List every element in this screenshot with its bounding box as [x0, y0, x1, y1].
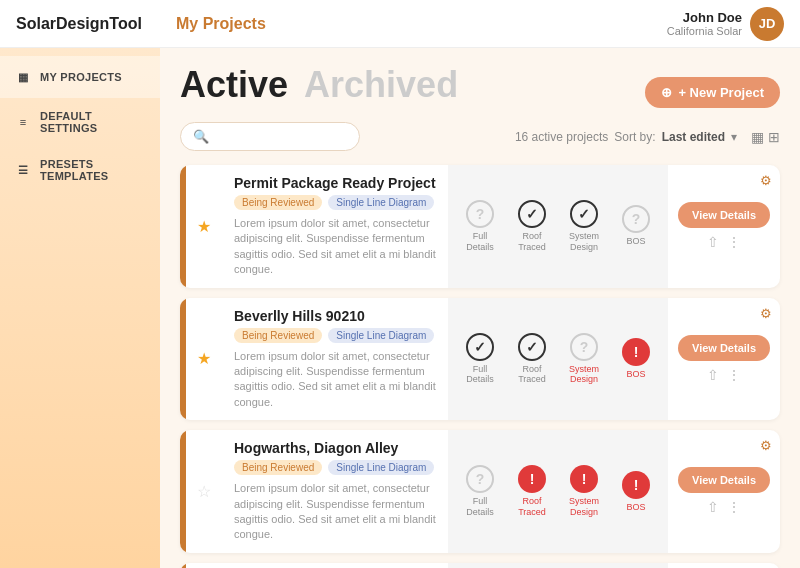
badge: Single Line Diagram [328, 195, 434, 210]
search-box: 🔍 [180, 122, 360, 151]
card-status: ? FullDetails ✓ RoofTraced ✓ SystemDesig… [448, 165, 668, 288]
more-icon[interactable]: ⋮ [727, 234, 741, 250]
card-star[interactable]: ★ [186, 165, 222, 288]
status-item-1-0: ✓ FullDetails [456, 329, 504, 390]
status-icon-0-1: ✓ [518, 200, 546, 228]
status-label-0-1: RoofTraced [518, 231, 546, 253]
main-content: Active Archived ⊕ + New Project 🔍 16 act… [160, 48, 800, 568]
sidebar-label-presets-templates: PRESETS TEMPLATES [40, 158, 146, 182]
status-icon-1-1: ✓ [518, 333, 546, 361]
status-label-2-2: SystemDesign [569, 496, 599, 518]
badge: Single Line Diagram [328, 460, 434, 475]
project-card-4: ☆ Hogwarths, Diagon Alley Being Reviewed… [180, 563, 780, 568]
status-item-1-1: ✓ RoofTraced [508, 329, 556, 390]
sidebar-icon-default-settings: ≡ [14, 113, 32, 131]
status-icon-2-0: ? [466, 465, 494, 493]
card-star[interactable]: ★ [186, 298, 222, 421]
status-icon-0-3: ? [622, 205, 650, 233]
card-actions: ⚙ View Details ⇧ ⋮ [668, 430, 780, 553]
top-header: SolarDesignTool My Projects John Doe Cal… [0, 0, 800, 48]
card-menu-icon[interactable]: ⚙ [760, 438, 772, 453]
project-card-3: ☆ Hogwarths, Diagon Alley Being Reviewed… [180, 430, 780, 553]
status-item-1-3: ! BOS [612, 334, 660, 384]
status-label-1-2: SystemDesign [569, 364, 599, 386]
view-details-button[interactable]: View Details [678, 335, 770, 361]
status-icon-2-1: ! [518, 465, 546, 493]
status-item-0-3: ? BOS [612, 201, 660, 251]
app-logo: SolarDesignTool [16, 15, 176, 33]
sidebar-item-my-projects[interactable]: ▦ MY PROJECTS [0, 56, 160, 98]
more-icon[interactable]: ⋮ [727, 367, 741, 383]
search-icon: 🔍 [193, 129, 209, 144]
new-project-button[interactable]: ⊕ + New Project [645, 77, 780, 108]
share-icon[interactable]: ⇧ [707, 499, 719, 515]
status-label-2-3: BOS [626, 502, 645, 513]
status-icon-2-3: ! [622, 471, 650, 499]
grid-view-icon[interactable]: ▦ [751, 129, 764, 145]
status-label-1-1: RoofTraced [518, 364, 546, 386]
card-badges: Being ReviewedSingle Line Diagram [234, 328, 436, 343]
status-icon-1-0: ✓ [466, 333, 494, 361]
card-action-row: ⇧ ⋮ [707, 367, 741, 383]
status-label-0-0: FullDetails [466, 231, 494, 253]
badge: Being Reviewed [234, 328, 322, 343]
tab-archived[interactable]: Archived [304, 64, 458, 106]
page-title-row: Active Archived ⊕ + New Project [180, 64, 780, 108]
view-details-button[interactable]: View Details [678, 202, 770, 228]
status-item-2-1: ! RoofTraced [508, 461, 556, 522]
card-badges: Being ReviewedSingle Line Diagram [234, 195, 436, 210]
search-sort-row: 🔍 16 active projects Sort by: Last edite… [180, 122, 780, 151]
sidebar-label-default-settings: DEFAULT SETTINGS [40, 110, 146, 134]
card-body: Hogwarths, Diagon Alley Being ReviewedSi… [222, 430, 448, 553]
card-body: Hogwarths, Diagon Alley Being ReviewedSi… [222, 563, 448, 568]
more-icon[interactable]: ⋮ [727, 499, 741, 515]
status-item-2-3: ! BOS [612, 467, 660, 517]
card-menu-icon[interactable]: ⚙ [760, 306, 772, 321]
tab-active[interactable]: Active [180, 64, 288, 106]
body-wrap: ▦ MY PROJECTS ≡ DEFAULT SETTINGS ☰ PRESE… [0, 48, 800, 568]
avatar: JD [750, 7, 784, 41]
share-icon[interactable]: ⇧ [707, 367, 719, 383]
sidebar-item-presets-templates[interactable]: ☰ PRESETS TEMPLATES [0, 146, 160, 194]
card-actions: ⚙ View Details ⇧ ⋮ [668, 298, 780, 421]
project-card-1: ★ Permit Package Ready Project Being Rev… [180, 165, 780, 288]
sidebar-label-my-projects: MY PROJECTS [40, 71, 122, 83]
badge: Single Line Diagram [328, 328, 434, 343]
user-info: John Doe California Solar JD [667, 7, 784, 41]
card-menu-icon[interactable]: ⚙ [760, 173, 772, 188]
user-name: John Doe [667, 10, 742, 25]
card-description: Lorem ipsum dolor sit amet, consectetur … [234, 216, 436, 278]
status-label-2-0: FullDetails [466, 496, 494, 518]
status-item-2-2: ! SystemDesign [560, 461, 608, 522]
status-label-1-3: BOS [626, 369, 645, 380]
status-item-0-2: ✓ SystemDesign [560, 196, 608, 257]
card-title: Hogwarths, Diagon Alley [234, 440, 436, 456]
status-label-1-0: FullDetails [466, 364, 494, 386]
sidebar-item-default-settings[interactable]: ≡ DEFAULT SETTINGS [0, 98, 160, 146]
status-icon-0-2: ✓ [570, 200, 598, 228]
chevron-down-icon: ▾ [731, 130, 737, 144]
user-subtitle: California Solar [667, 25, 742, 37]
plus-icon: ⊕ [661, 85, 672, 100]
list-view-icon[interactable]: ⊞ [768, 129, 780, 145]
sort-prefix: Sort by: [614, 130, 655, 144]
sidebar: ▦ MY PROJECTS ≡ DEFAULT SETTINGS ☰ PRESE… [0, 48, 160, 568]
card-star[interactable]: ☆ [186, 563, 222, 568]
badge: Being Reviewed [234, 460, 322, 475]
status-icon-2-2: ! [570, 465, 598, 493]
card-description: Lorem ipsum dolor sit amet, consectetur … [234, 349, 436, 411]
card-actions: ⚙ View Details ⇧ ⋮ [668, 563, 780, 568]
sort-value[interactable]: Last edited [662, 130, 725, 144]
card-star[interactable]: ☆ [186, 430, 222, 553]
card-badges: Being ReviewedSingle Line Diagram [234, 460, 436, 475]
card-action-row: ⇧ ⋮ [707, 499, 741, 515]
card-action-row: ⇧ ⋮ [707, 234, 741, 250]
status-item-2-0: ? FullDetails [456, 461, 504, 522]
card-actions: ⚙ View Details ⇧ ⋮ [668, 165, 780, 288]
card-status: ? FullDetails ! RoofTraced ! SystemDesig… [448, 563, 668, 568]
view-details-button[interactable]: View Details [678, 467, 770, 493]
share-icon[interactable]: ⇧ [707, 234, 719, 250]
search-input[interactable] [215, 129, 347, 144]
status-item-0-1: ✓ RoofTraced [508, 196, 556, 257]
status-icon-0-0: ? [466, 200, 494, 228]
